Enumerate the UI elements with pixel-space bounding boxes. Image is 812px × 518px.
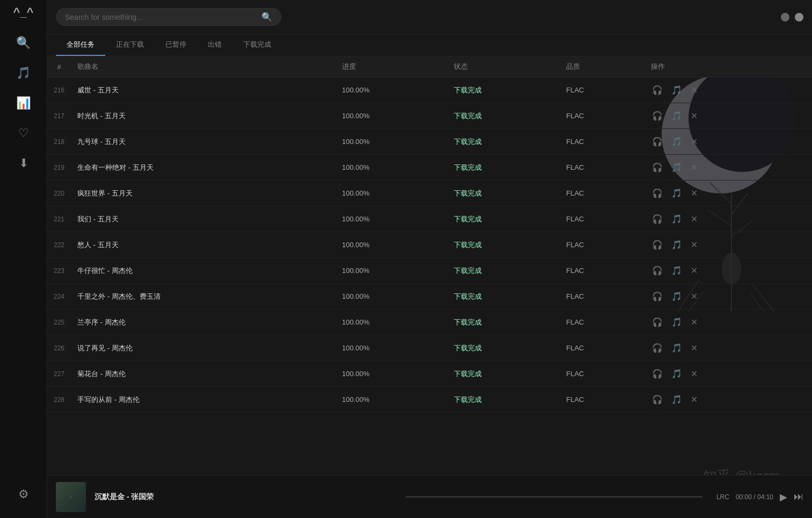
music-icon: 🎵 — [16, 66, 31, 80]
listen-icon[interactable]: 🎧 — [651, 213, 664, 225]
player-thumbnail: ♪ — [56, 482, 86, 512]
listen-icon[interactable]: 🎧 — [651, 110, 664, 122]
col-song-name: 歌曲名 — [71, 56, 336, 77]
file-icon[interactable]: 🎵 — [670, 316, 683, 328]
row-progress: 100.00% — [336, 335, 447, 361]
player-thumb-art: ♪ — [56, 482, 86, 512]
tab-paused[interactable]: 已暂停 — [155, 34, 197, 56]
player-time-current: 00:00 — [736, 493, 752, 501]
sidebar-item-music[interactable]: 🎵 — [9, 60, 39, 86]
row-song-name: 手写的从前 - 周杰伦 — [71, 387, 336, 413]
row-index: 216 — [47, 77, 71, 103]
col-progress: 进度 — [336, 56, 447, 77]
row-index: 219 — [47, 155, 71, 181]
delete-icon[interactable]: ✕ — [690, 84, 699, 96]
player-info: 沉默是金 - 张国荣 — [95, 492, 392, 502]
row-index: 217 — [47, 103, 71, 129]
file-icon[interactable]: 🎵 — [670, 110, 683, 122]
row-song-name: 我们 - 五月天 — [71, 206, 336, 232]
row-song-name: 愁人 - 五月天 — [71, 232, 336, 258]
sidebar-item-download[interactable]: ⬇ — [9, 150, 39, 176]
sidebar-item-chart[interactable]: 📊 — [9, 90, 39, 116]
row-quality: FLAC — [560, 258, 644, 284]
row-status: 下载完成 — [447, 335, 560, 361]
listen-icon[interactable]: 🎧 — [651, 316, 664, 328]
delete-icon[interactable]: ✕ — [690, 316, 699, 328]
listen-icon[interactable]: 🎧 — [651, 264, 664, 277]
delete-icon[interactable]: ✕ — [690, 110, 699, 122]
delete-icon[interactable]: ✕ — [690, 264, 699, 277]
minimize-button[interactable] — [781, 13, 789, 21]
tab-error[interactable]: 出错 — [197, 34, 233, 56]
delete-icon[interactable]: ✕ — [690, 342, 699, 354]
listen-icon[interactable]: 🎧 — [651, 135, 664, 148]
delete-icon[interactable]: ✕ — [690, 161, 699, 174]
next-button[interactable]: ⏭ — [794, 491, 803, 502]
row-actions: 🎧 🎵 ✕ — [644, 206, 812, 232]
sidebar: ^_^ 🔍 🎵 📊 ♡ ⬇ ⚙ — [0, 0, 47, 518]
heart-icon: ♡ — [18, 126, 29, 140]
file-icon[interactable]: 🎵 — [670, 84, 683, 96]
row-song-name: 威世 - 五月天 — [71, 77, 336, 103]
file-icon[interactable]: 🎵 — [670, 290, 683, 303]
row-song-name: 牛仔很忙 - 周杰伦 — [71, 258, 336, 284]
row-progress: 100.00% — [336, 232, 447, 258]
lrc-label[interactable]: LRC — [716, 493, 729, 501]
table-row: 216 威世 - 五月天 100.00% 下载完成 FLAC 🎧 🎵 ✕ — [47, 77, 812, 103]
player-progress-bar[interactable] — [405, 496, 702, 498]
row-status: 下载完成 — [447, 206, 560, 232]
table-row: 219 生命有一种绝对 - 五月天 100.00% 下载完成 FLAC 🎧 🎵 … — [47, 155, 812, 181]
player-right-controls: LRC 00:00 / 04:10 ▶ ⏭ — [716, 491, 803, 503]
file-icon[interactable]: 🎵 — [670, 187, 683, 199]
row-song-name: 说了再见 - 周杰伦 — [71, 335, 336, 361]
file-icon[interactable]: 🎵 — [670, 393, 683, 406]
file-icon[interactable]: 🎵 — [670, 213, 683, 225]
listen-icon[interactable]: 🎧 — [651, 393, 664, 406]
tab-completed[interactable]: 下载完成 — [233, 34, 282, 56]
search-bar[interactable]: 🔍 — [56, 8, 281, 26]
file-icon[interactable]: 🎵 — [670, 239, 683, 251]
settings-icon: ⚙ — [18, 487, 29, 501]
row-status: 下载完成 — [447, 258, 560, 284]
table-row: 218 九号球 - 五月天 100.00% 下载完成 FLAC 🎧 🎵 ✕ — [47, 129, 812, 155]
delete-icon[interactable]: ✕ — [690, 393, 699, 406]
row-progress: 100.00% — [336, 206, 447, 232]
file-icon[interactable]: 🎵 — [670, 342, 683, 354]
row-actions: 🎧 🎵 ✕ — [644, 284, 812, 310]
sidebar-item-search[interactable]: 🔍 — [9, 30, 39, 56]
sidebar-item-settings[interactable]: ⚙ — [9, 481, 39, 507]
file-icon[interactable]: 🎵 — [670, 161, 683, 174]
search-input[interactable] — [65, 13, 262, 21]
row-progress: 100.00% — [336, 129, 447, 155]
delete-icon[interactable]: ✕ — [690, 368, 699, 380]
delete-icon[interactable]: ✕ — [690, 187, 699, 199]
row-quality: FLAC — [560, 103, 644, 129]
search-icon: 🔍 — [16, 36, 31, 50]
listen-icon[interactable]: 🎧 — [651, 342, 664, 354]
close-button[interactable] — [795, 13, 803, 21]
table-row: 227 菊花台 - 周杰伦 100.00% 下载完成 FLAC 🎧 🎵 ✕ — [47, 361, 812, 387]
tabs: 全部任务 正在下载 已暂停 出错 下载完成 — [47, 34, 812, 56]
listen-icon[interactable]: 🎧 — [651, 290, 664, 303]
listen-icon[interactable]: 🎧 — [651, 84, 664, 96]
listen-icon[interactable]: 🎧 — [651, 161, 664, 174]
delete-icon[interactable]: ✕ — [690, 135, 699, 148]
search-submit-icon[interactable]: 🔍 — [262, 12, 272, 22]
delete-icon[interactable]: ✕ — [690, 290, 699, 303]
file-icon[interactable]: 🎵 — [670, 264, 683, 277]
listen-icon[interactable]: 🎧 — [651, 239, 664, 251]
file-icon[interactable]: 🎵 — [670, 135, 683, 148]
delete-icon[interactable]: ✕ — [690, 213, 699, 225]
listen-icon[interactable]: 🎧 — [651, 368, 664, 380]
row-song-name: 菊花台 - 周杰伦 — [71, 361, 336, 387]
row-index: 222 — [47, 232, 71, 258]
tab-downloading[interactable]: 正在下载 — [105, 34, 155, 56]
table-row: 224 千里之外 - 周杰伦、费玉清 100.00% 下载完成 FLAC 🎧 🎵… — [47, 284, 812, 310]
delete-icon[interactable]: ✕ — [690, 239, 699, 251]
file-icon[interactable]: 🎵 — [670, 368, 683, 380]
tab-all[interactable]: 全部任务 — [56, 34, 105, 56]
sidebar-item-favorite[interactable]: ♡ — [9, 120, 39, 146]
play-button[interactable]: ▶ — [780, 491, 787, 503]
row-index: 221 — [47, 206, 71, 232]
listen-icon[interactable]: 🎧 — [651, 187, 664, 199]
